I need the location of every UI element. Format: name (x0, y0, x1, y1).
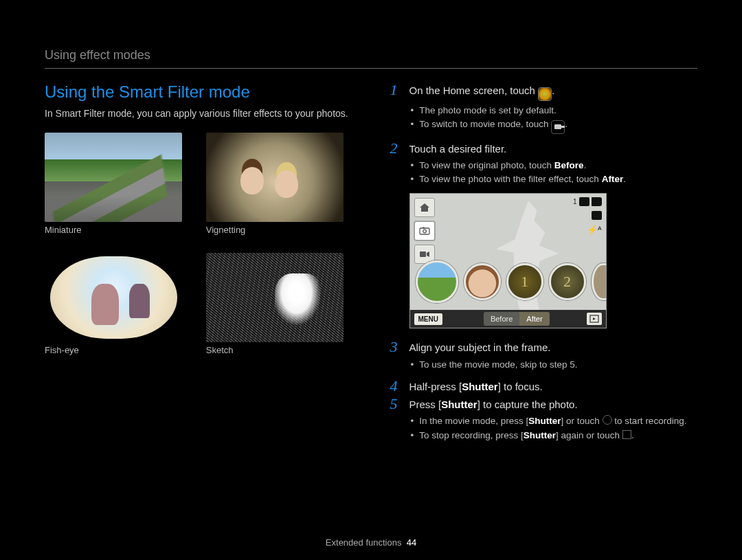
step-1-sub-b-a: To switch to movie mode, touch (419, 119, 551, 129)
step-5-sub-a-bold: Shutter (528, 416, 561, 426)
filter-caption-miniature: Miniature (45, 225, 191, 235)
stop-icon (622, 430, 631, 439)
step-5-sub-a-b: ] or touch (561, 416, 603, 426)
preview-right-indicators: 1 ⚡ᴬ (573, 197, 602, 235)
battery-icon (592, 197, 602, 206)
preview-left-buttons (414, 198, 435, 264)
step-number: 5 (390, 396, 403, 412)
step-3-sub: To use the movie mode, skip to step 5. (390, 358, 698, 372)
right-column: 1 On the Home screen, touch . The photo … (390, 82, 698, 449)
step-5-sub-b-b: ] again or touch (556, 430, 622, 440)
step-3-text: Align your subject in the frame. (409, 339, 551, 355)
step-3: 3 Align your subject in the frame. (390, 339, 698, 355)
step-2-text: Touch a desired filter. (409, 141, 507, 156)
camera-preview: 1 ⚡ᴬ 1 2 MENU Before After (409, 193, 607, 328)
step-1: 1 On the Home screen, touch . (390, 82, 698, 101)
flash-icon: ⚡ᴬ (587, 225, 602, 235)
step-number: 4 (390, 379, 403, 394)
step-5-text-b: ] to capture the photo. (477, 399, 578, 410)
intro-text: In Smart Filter mode, you can apply vari… (45, 107, 352, 120)
shot-counter: 1 (573, 198, 577, 205)
filter-strip: 1 2 (410, 260, 606, 303)
step-5-sub-b-bold: Shutter (524, 430, 556, 440)
step-1-sub-b-b: . (565, 119, 567, 129)
step-1-sub-a: The photo mode is set by default. (419, 105, 556, 115)
step-3-sub-a: To use the movie mode, skip to step 5. (419, 359, 577, 370)
filter-thumb-fisheye (45, 253, 182, 342)
step-2-sub-a-b: . (584, 160, 587, 170)
filter-thumb-vignetting (206, 133, 344, 222)
filter-chip-vignette[interactable] (464, 263, 501, 300)
filter-chip-2[interactable]: 2 (549, 263, 586, 300)
step-number: 1 (390, 82, 403, 98)
filter-chip-1-label: 1 (508, 265, 541, 298)
playback-button[interactable] (587, 313, 602, 325)
step-2-sub-b-a: To view the photo with the filter effect… (419, 174, 601, 184)
breadcrumb: Using effect modes (45, 48, 697, 63)
divider (45, 68, 697, 69)
step-4: 4 Half-press [Shutter] to focus. (390, 379, 698, 394)
step-2-sub-b-bold: After (602, 174, 624, 184)
step-2-sub-a-a: To view the original photo, touch (419, 160, 554, 170)
svg-rect-0 (420, 228, 429, 234)
svg-rect-3 (420, 251, 426, 257)
step-5-sub: In the movie mode, press [Shutter] or to… (390, 414, 698, 443)
step-2-sub-a-bold: Before (554, 160, 584, 170)
step-1-sub: The photo mode is set by default. To swi… (390, 104, 698, 134)
after-button[interactable]: After (519, 312, 549, 326)
home-button[interactable] (414, 198, 435, 217)
filter-thumb-sketch (206, 253, 344, 342)
svg-point-1 (423, 229, 426, 233)
page-number: 44 (407, 537, 416, 548)
storage-icon (579, 197, 589, 206)
footer-label: Extended functions (326, 537, 402, 548)
step-number: 2 (390, 141, 403, 156)
menu-button[interactable]: MENU (414, 313, 442, 325)
filter-chip-landscape[interactable] (416, 260, 458, 303)
step-2-sub-b-b: . (623, 174, 626, 184)
step-1-text-b: . (552, 85, 554, 96)
preview-bottom-bar: MENU Before After (410, 310, 606, 328)
step-5-sub-b-c: . (631, 430, 634, 440)
filter-thumb-miniature (45, 133, 182, 222)
before-button[interactable]: Before (484, 312, 519, 326)
step-2: 2 Touch a desired filter. (390, 141, 698, 156)
filter-grid: Miniature Vignetting Fish-eye Sketch (45, 133, 352, 366)
filter-caption-vignetting: Vignetting (206, 225, 352, 235)
step-4-text-a: Half-press [ (409, 381, 462, 392)
step-5: 5 Press [Shutter] to capture the photo. (390, 396, 698, 412)
svg-rect-2 (423, 227, 425, 229)
movie-mode-icon (551, 120, 565, 134)
record-icon (603, 415, 612, 425)
filter-caption-fisheye: Fish-eye (45, 345, 191, 355)
filter-chip-2-label: 2 (551, 265, 584, 298)
section-title: Using the Smart Filter mode (45, 82, 352, 102)
step-5-sub-b-a: To stop recording, press [ (419, 430, 524, 440)
step-5-text-a: Press [ (409, 399, 442, 410)
smart-filter-icon (538, 87, 552, 101)
photo-mode-button[interactable] (414, 221, 435, 240)
step-4-text-b: ] to focus. (498, 381, 543, 392)
filter-chip-more[interactable] (592, 263, 607, 300)
filter-caption-sketch: Sketch (206, 345, 352, 355)
step-number: 3 (390, 339, 403, 355)
step-5-text-bold: Shutter (441, 399, 477, 410)
resolution-icon (592, 211, 602, 220)
step-2-sub: To view the original photo, touch Before… (390, 159, 698, 187)
step-5-sub-a-c: to start recording. (612, 416, 687, 426)
filter-chip-1[interactable]: 1 (506, 263, 543, 300)
step-1-text-a: On the Home screen, touch (409, 85, 539, 96)
left-column: Using the Smart Filter mode In Smart Fil… (45, 82, 352, 449)
step-4-text-bold: Shutter (462, 381, 498, 392)
page-footer: Extended functions 44 (0, 537, 742, 548)
step-5-sub-a-a: In the movie mode, press [ (419, 416, 528, 426)
